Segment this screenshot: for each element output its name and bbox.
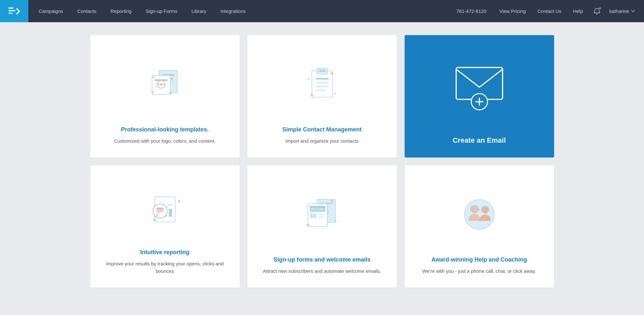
create-email-icon [450, 48, 508, 125]
notification-dot [599, 7, 601, 10]
help-desc: We're with you - just a phone call, chat… [422, 268, 536, 275]
reporting-desc: Improve your results by tracking your op… [100, 260, 230, 275]
templates-icon [142, 48, 187, 120]
contacts-title: Simple Contact Management [282, 126, 361, 133]
reporting-icon [142, 178, 187, 243]
nav-contact-us[interactable]: Contact Us [532, 0, 567, 22]
user-menu[interactable]: katharine [605, 8, 639, 14]
svg-point-54 [471, 205, 478, 213]
templates-title: Professional-looking templates. [121, 126, 208, 133]
svg-rect-20 [316, 82, 329, 83]
svg-rect-49 [318, 216, 324, 218]
svg-point-53 [465, 200, 494, 229]
nav-links: Campaigns Contacts Reporting Sign-up For… [28, 0, 449, 22]
notification-bell[interactable] [591, 5, 603, 17]
svg-rect-19 [316, 78, 329, 80]
svg-point-14 [170, 92, 172, 94]
card-reporting: Intuitive reporting Improve your results… [90, 165, 240, 288]
main-content: Professional-looking templates. Customiz… [0, 22, 644, 315]
nav-view-pricing[interactable]: View Pricing [494, 0, 532, 22]
svg-rect-18 [319, 70, 325, 72]
nav-integrations[interactable]: Integrations [213, 0, 253, 22]
svg-point-51 [307, 224, 309, 226]
create-email-title: Create an Email [453, 136, 506, 145]
nav-contacts[interactable]: Contacts [70, 0, 103, 22]
nav-library[interactable]: Library [185, 0, 214, 22]
main-nav: Campaigns Contacts Reporting Sign-up For… [0, 0, 644, 22]
svg-point-50 [331, 200, 333, 202]
signup-desc: Attract new subscribers and automate wel… [263, 268, 381, 275]
card-create-email[interactable]: Create an Email [405, 35, 554, 158]
nav-campaigns[interactable]: Campaigns [32, 0, 70, 22]
svg-point-23 [331, 72, 333, 75]
username: katharine [609, 8, 629, 14]
card-contacts: Simple Contact Management Import and org… [247, 35, 397, 158]
templates-desc: Customized with your logo, colors, and c… [114, 138, 216, 145]
reporting-title: Intuitive reporting [140, 249, 189, 256]
svg-rect-59 [488, 209, 489, 211]
svg-point-15 [152, 91, 154, 93]
nav-signup-forms[interactable]: Sign-up Forms [139, 0, 184, 22]
svg-rect-16 [312, 71, 332, 97]
card-signup: WELCOME Sign-up forms and welcome emails… [247, 165, 397, 288]
help-title: Award-winning Help and Coaching [431, 256, 527, 263]
svg-rect-46 [310, 213, 317, 218]
svg-text:WELCOME: WELCOME [311, 208, 324, 211]
svg-rect-21 [316, 86, 329, 87]
svg-rect-58 [481, 209, 482, 211]
nav-right: 781-472-8120 View Pricing Contact Us Hel… [449, 0, 644, 22]
svg-point-57 [482, 206, 489, 214]
svg-rect-0 [8, 7, 14, 9]
svg-point-26 [308, 78, 310, 80]
logo[interactable] [0, 0, 28, 22]
signup-title: Sign-up forms and welcome emails [274, 256, 370, 263]
signup-icon: WELCOME [300, 178, 345, 250]
card-help: Award-winning Help and Coaching We're wi… [405, 165, 554, 288]
svg-rect-37 [157, 208, 164, 209]
svg-rect-2 [8, 13, 13, 14]
svg-point-52 [335, 220, 337, 222]
svg-rect-56 [478, 208, 479, 211]
svg-rect-22 [316, 90, 325, 91]
feature-grid: Professional-looking templates. Customiz… [90, 35, 554, 288]
nav-reporting[interactable]: Reporting [103, 0, 139, 22]
help-icon [457, 178, 502, 250]
card-templates: Professional-looking templates. Customiz… [90, 35, 240, 158]
svg-point-33 [178, 200, 180, 203]
svg-rect-55 [470, 208, 472, 211]
svg-point-25 [334, 92, 336, 94]
contacts-desc: Import and organize your contacts [285, 138, 359, 145]
svg-point-24 [311, 94, 313, 96]
svg-rect-32 [169, 209, 172, 217]
nav-phone: 781-472-8120 [449, 8, 494, 14]
svg-rect-48 [318, 214, 325, 215]
contacts-icon [300, 48, 345, 120]
svg-point-13 [171, 78, 173, 80]
svg-rect-1 [8, 10, 15, 11]
nav-help[interactable]: Help [567, 0, 589, 22]
svg-point-47 [311, 214, 312, 215]
svg-point-34 [153, 219, 156, 221]
svg-point-12 [153, 76, 155, 78]
